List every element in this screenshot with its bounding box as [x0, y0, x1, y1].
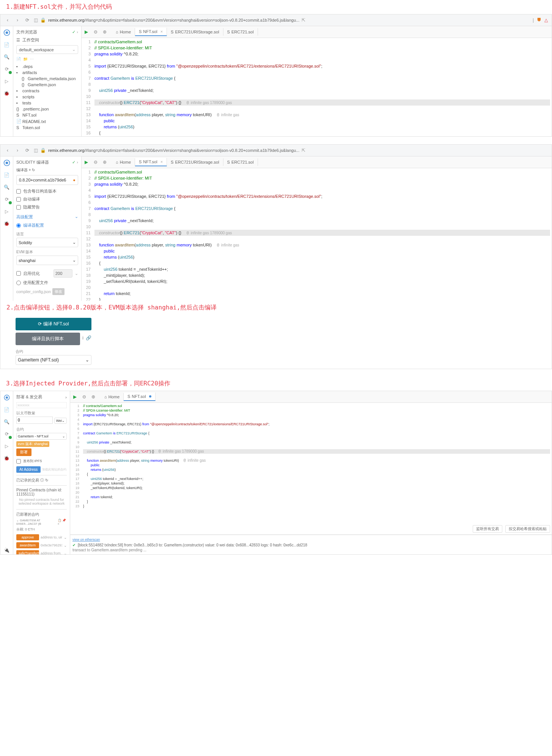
compile-button[interactable]: ⟳ 编译 NFT.sol [16, 318, 91, 330]
tab-erc721[interactable]: S ERC721.sol [223, 28, 258, 36]
optimize-checkbox[interactable]: 启用优化200⌄ [16, 268, 78, 279]
deploy-icon[interactable]: ▷ [3, 442, 11, 450]
method-row[interactable]: approveaddress to, uint256 tokenId⌄ [16, 533, 67, 541]
play-icon[interactable]: ▶ [73, 394, 79, 399]
method-button[interactable]: awardItem [16, 542, 39, 548]
search-icon[interactable]: 🔍 [3, 418, 11, 426]
file-explorer-icon[interactable]: 📄 [3, 171, 11, 179]
debug-icon[interactable]: 🐞 [3, 89, 11, 98]
zoom-out-icon[interactable]: ⊖ [82, 394, 88, 399]
optimize-runs[interactable]: 200 [53, 269, 72, 278]
tab-nft[interactable]: S NFT.sol [124, 393, 156, 401]
close-icon[interactable]: × [160, 29, 163, 34]
search-tx-tab[interactable]: 按交易哈希搜索或粘贴 [505, 525, 550, 533]
tree-folder[interactable]: ▪artifacts [16, 69, 78, 76]
zoom-in-icon[interactable]: ⊕ [103, 159, 108, 165]
shield-icon[interactable]: ⛊ [537, 17, 541, 23]
tab-home[interactable]: ⌂ Home [112, 28, 135, 36]
zoom-in-icon[interactable]: ⊕ [91, 394, 97, 399]
forward-icon[interactable]: › [14, 147, 21, 154]
deploy-button[interactable]: 部署 [16, 448, 31, 456]
zoom-in-icon[interactable]: ⊕ [103, 29, 108, 35]
etherscan-link[interactable]: view on etherscan [72, 538, 100, 541]
remix-logo-icon[interactable] [3, 28, 11, 37]
compiler-config-radio[interactable]: 编译器配置 [16, 221, 78, 229]
tree-folder[interactable]: ▪contracts [16, 88, 78, 94]
back-icon[interactable]: ‹ [4, 17, 11, 24]
brave-icon[interactable]: △ [544, 17, 548, 23]
contract-select[interactable]: GameItem (NFT.sol)⌄ [16, 355, 91, 365]
zoom-out-icon[interactable]: ⊖ [94, 159, 99, 165]
tree-file[interactable]: SNFT.sol [16, 112, 78, 118]
share-icon[interactable]: ⇱ [302, 17, 305, 23]
code-editor[interactable]: 1234567891011121314151617181920212223// … [82, 168, 552, 301]
new-file-icon[interactable]: 📄 [16, 57, 21, 61]
hide-warnings-checkbox[interactable]: 隐藏警告 [16, 203, 78, 211]
compile-script-button[interactable]: 编译且执行脚本 [16, 333, 80, 345]
advanced-config[interactable]: 高级配置⌄ [16, 214, 78, 220]
file-explorer-icon[interactable]: 📄 [3, 41, 11, 49]
change-config-button[interactable]: 修改 [52, 288, 64, 295]
share-icon[interactable]: ⇱ [302, 148, 305, 153]
tree-file[interactable]: 📄README.txt [16, 118, 78, 125]
auto-compile-checkbox[interactable]: 自动编译 [16, 195, 78, 203]
chevron-down-icon[interactable]: ⌄ [64, 543, 67, 548]
listen-tab[interactable]: 监听所有交易 [473, 525, 502, 533]
tree-file[interactable]: SToken.sol [16, 125, 78, 131]
debug-icon[interactable]: 🐞 [3, 219, 11, 228]
unit-select[interactable]: Wei⌄ [54, 418, 67, 424]
tab-erc721uri[interactable]: S ERC721URIStorage.sol [167, 28, 223, 36]
chevron-down-icon[interactable]: ⌄ [64, 551, 67, 555]
remix-logo-icon[interactable] [3, 393, 11, 402]
bookmark-icon[interactable]: ◫ [34, 17, 38, 23]
reload-icon[interactable]: ⟳ [24, 147, 31, 154]
zoom-out-icon[interactable]: ⊖ [94, 29, 99, 35]
tree-file[interactable]: {}GameItem.json [16, 82, 78, 88]
code-editor[interactable]: 1234567891011121314151617181920212223// … [82, 38, 552, 136]
tab-erc721[interactable]: S ERC721.sol [223, 158, 258, 166]
remix-logo-icon[interactable] [3, 159, 11, 167]
tab-home[interactable]: ⌂ Home [101, 393, 124, 401]
tab-nft[interactable]: S NFT.sol× [135, 28, 167, 36]
debug-icon[interactable]: 🐞 [3, 454, 11, 462]
file-explorer-icon[interactable]: 📄 [3, 406, 11, 414]
lang-select[interactable]: Solidity⌄ [16, 238, 78, 247]
tree-folder[interactable]: ▪.deps [16, 63, 78, 69]
deploy-contract-select[interactable]: GameItem - NFT.sol⌄ [16, 433, 67, 440]
info-icon[interactable]: i [82, 335, 83, 341]
compiler-icon[interactable]: ⟳ [3, 195, 11, 204]
tab-erc721uri[interactable]: S ERC721URIStorage.sol [167, 158, 223, 166]
play-icon[interactable]: ▶ [85, 159, 90, 165]
forward-icon[interactable]: › [14, 17, 21, 24]
method-row[interactable]: awardItem0x8e3e796291648a1657bf⌄ [16, 541, 67, 549]
link-icon[interactable]: 🔗 [86, 335, 91, 341]
play-icon[interactable]: ▶ [85, 29, 90, 35]
chevron-down-icon[interactable]: ⌄ [64, 535, 67, 540]
deployed-contract-row[interactable]: ⌄ GAMEITEM AT 0X6E5...2AC37 (B📋 📌 × [16, 519, 67, 526]
tree-folder[interactable]: ▪tests [16, 100, 78, 106]
deploy-icon[interactable]: ▷ [3, 207, 11, 216]
method-button[interactable]: safeTransferFrom [16, 550, 39, 554]
hamburger-icon[interactable]: ☰ [16, 38, 20, 43]
workspace-select[interactable]: default_workspace⌄ [16, 45, 78, 54]
method-button[interactable]: approve [16, 534, 39, 540]
back-icon[interactable]: ‹ [4, 147, 11, 154]
at-address-button[interactable]: At Address [16, 466, 41, 473]
compiler-icon[interactable]: ⟳ [3, 65, 11, 73]
evm-select[interactable]: shanghai⌄ [16, 256, 78, 265]
tab-home[interactable]: ⌂ Home [112, 158, 135, 166]
nightly-checkbox[interactable]: 包含每日构造版本 [16, 187, 78, 195]
value-input[interactable] [16, 417, 53, 424]
plugin-icon[interactable]: 🔌 [3, 546, 11, 554]
tree-file[interactable]: {}.prettierrc.json [16, 106, 78, 112]
code-editor[interactable]: 1234567891011121314151617181920212223// … [70, 403, 552, 524]
compiler-icon[interactable]: ⟳ [3, 430, 11, 438]
bookmark-icon[interactable]: ◫ [34, 148, 38, 153]
search-icon[interactable]: 🔍 [3, 53, 11, 61]
deploy-icon[interactable]: ▷ [3, 77, 11, 85]
ipfs-checkbox[interactable]: 发布到 IPFS [16, 458, 67, 465]
tab-nft[interactable]: S NFT.sol× [135, 158, 167, 166]
search-icon[interactable]: 🔍 [3, 183, 11, 191]
use-config-radio[interactable]: 使用配置文件 [16, 279, 78, 287]
tree-folder[interactable]: ▪scripts [16, 94, 78, 100]
